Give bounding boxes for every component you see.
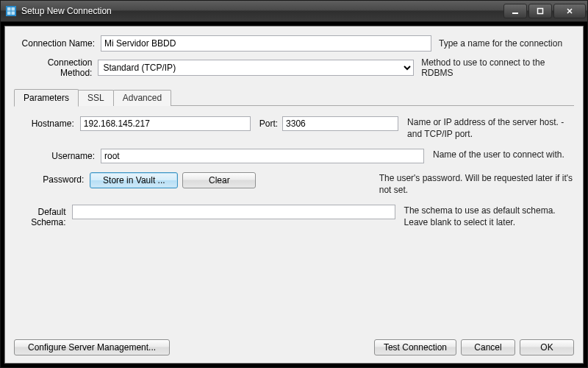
cancel-button[interactable]: Cancel xyxy=(461,339,515,355)
clear-password-button[interactable]: Clear xyxy=(182,172,256,188)
svg-rect-5 xyxy=(538,9,543,14)
password-desc: The user's password. Will be requested l… xyxy=(379,172,574,196)
maximize-button[interactable] xyxy=(528,4,552,18)
connection-method-label: Connection Method: xyxy=(14,57,98,78)
window-title: Setup New Connection xyxy=(21,6,503,16)
password-label: Password: xyxy=(14,172,90,185)
hostname-label: Hostname: xyxy=(14,116,80,129)
port-label: Port: xyxy=(259,118,278,129)
configure-server-management-button[interactable]: Configure Server Management... xyxy=(14,339,170,355)
title-bar: Setup New Connection xyxy=(1,1,587,22)
tab-body-parameters: Hostname: Port: Name or IP address of th… xyxy=(14,106,574,355)
connection-name-hint: Type a name for the connection xyxy=(439,38,562,49)
hostname-desc: Name or IP address of the server host. -… xyxy=(407,116,574,140)
default-schema-label: Default Schema: xyxy=(14,205,72,227)
tab-parameters[interactable]: Parameters xyxy=(14,89,79,107)
ok-button[interactable]: OK xyxy=(520,339,574,355)
store-in-vault-button[interactable]: Store in Vault ... xyxy=(90,172,178,188)
username-label: Username: xyxy=(14,149,101,161)
username-desc: Name of the user to connect with. xyxy=(433,149,574,161)
connection-method-hint: Method to use to connect to the RDBMS xyxy=(421,57,574,78)
minimize-button[interactable] xyxy=(503,4,527,18)
default-schema-input[interactable] xyxy=(72,205,395,219)
tab-ssl[interactable]: SSL xyxy=(78,90,114,106)
tab-advanced[interactable]: Advanced xyxy=(113,90,171,106)
close-button[interactable] xyxy=(553,4,586,18)
hostname-input[interactable] xyxy=(80,116,251,131)
tab-strip: Parameters SSL Advanced xyxy=(14,88,574,106)
connection-name-label: Connection Name: xyxy=(14,38,101,49)
connection-method-select[interactable]: Standard (TCP/IP) xyxy=(98,60,414,76)
username-input[interactable] xyxy=(101,149,424,163)
test-connection-button[interactable]: Test Connection xyxy=(374,339,456,355)
app-icon xyxy=(5,5,17,17)
default-schema-desc: The schema to use as default schema. Lea… xyxy=(404,205,574,228)
dialog-footer: Configure Server Management... Test Conn… xyxy=(14,332,574,355)
port-input[interactable] xyxy=(282,116,398,131)
connection-name-input[interactable] xyxy=(101,35,431,52)
